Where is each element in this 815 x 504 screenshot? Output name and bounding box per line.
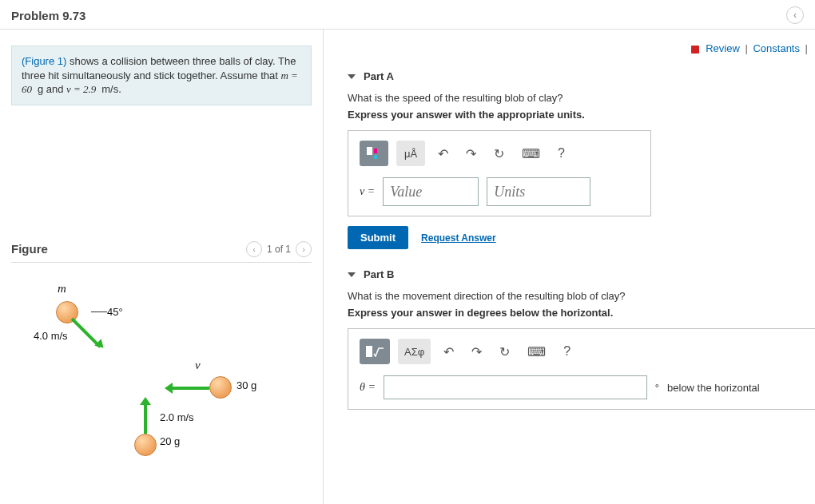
part-b-input-panel: ΑΣφ ↶ ↷ ↻ ⌨ ? θ = ° below the horizontal — [348, 328, 815, 410]
collapse-part-b[interactable] — [348, 272, 356, 277]
template-icon — [367, 147, 381, 160]
separator: | — [745, 42, 747, 54]
undo-button[interactable]: ↶ — [433, 143, 453, 165]
label-mass2: 30 g — [237, 379, 256, 391]
label-m: m — [58, 282, 66, 296]
keyboard-button[interactable]: ⌨ — [517, 143, 545, 165]
ball-30g — [209, 376, 232, 399]
svg-rect-1 — [374, 149, 377, 153]
reset-button-b[interactable]: ↻ — [495, 341, 515, 363]
label-speed3: 2.0 m/s — [160, 411, 194, 423]
constants-link[interactable]: Constants — [753, 42, 800, 54]
svg-rect-2 — [374, 155, 377, 159]
page-title: Problem 9.73 — [11, 9, 85, 22]
figure-link[interactable]: (Figure 1) — [22, 55, 66, 67]
ball-20g — [134, 434, 157, 456]
figure-prev-button[interactable]: ‹ — [246, 241, 262, 257]
part-a-instruction: Express your answer with the appropriate… — [348, 109, 791, 121]
figure-next-button[interactable]: › — [296, 241, 312, 257]
problem-intro: (Figure 1) shows a collision between thr… — [11, 46, 312, 105]
undo-button-b[interactable]: ↶ — [439, 341, 459, 363]
units-tool-button[interactable]: μÅ — [396, 141, 425, 166]
redo-button-b[interactable]: ↷ — [467, 341, 487, 363]
arrow-ball-30g — [171, 387, 209, 390]
label-angle: 45° — [91, 306, 123, 318]
part-a-input-panel: μÅ ↶ ↷ ↻ ⌨ ? v = — [348, 130, 651, 216]
math-tool-button[interactable] — [360, 339, 390, 364]
figure-counter: 1 of 1 — [267, 244, 291, 255]
collapse-part-a[interactable] — [348, 74, 356, 79]
divider — [11, 262, 312, 263]
part-a-question: What is the speed of the resulting blob … — [348, 92, 791, 104]
flag-icon[interactable] — [691, 46, 699, 54]
label-speed1: 4.0 m/s — [34, 330, 68, 342]
part-a: Part A What is the speed of the resultin… — [348, 70, 791, 249]
review-link[interactable]: Review — [706, 42, 740, 54]
units-input[interactable] — [487, 177, 590, 206]
left-panel: (Figure 1) shows a collision between thr… — [0, 30, 324, 504]
intro-v: v = 2.9 — [66, 83, 99, 95]
part-a-prefix: v = — [360, 185, 375, 198]
degree-symbol: ° — [655, 382, 659, 394]
sqrt-icon — [366, 346, 384, 357]
redo-button[interactable]: ↷ — [461, 143, 481, 165]
greek-tool-button[interactable]: ΑΣφ — [398, 339, 431, 364]
svg-rect-0 — [367, 147, 372, 155]
label-mass3: 20 g — [160, 435, 180, 447]
svg-rect-3 — [366, 346, 372, 357]
part-b-prefix: θ = — [360, 381, 376, 394]
arrow-ball-20g — [144, 403, 147, 434]
part-a-label: Part A — [364, 70, 394, 82]
label-v: v — [195, 359, 201, 372]
part-b-label: Part B — [364, 268, 394, 280]
next-problem-button[interactable]: ‹ — [786, 6, 804, 24]
figure-canvas: m 45° 4.0 m/s v 30 g 2.0 m/s 20 — [11, 277, 267, 461]
theta-input[interactable] — [384, 375, 647, 399]
part-b-question: What is the movement direction of the re… — [348, 290, 791, 302]
value-input[interactable] — [383, 177, 479, 206]
reset-button[interactable]: ↻ — [489, 143, 509, 165]
submit-button-a[interactable]: Submit — [348, 226, 408, 249]
arrow-head-ball-30g — [165, 383, 173, 394]
arrow-head-ball-20g — [140, 397, 151, 405]
suffix-text: below the horizontal — [667, 382, 760, 394]
help-button-b[interactable]: ? — [559, 341, 575, 362]
right-panel: Review | Constants | Part A What is the … — [324, 30, 815, 504]
review-bar: Review | Constants | — [324, 38, 815, 62]
part-b-instruction: Express your answer in degrees below the… — [348, 307, 791, 319]
keyboard-button-b[interactable]: ⌨ — [523, 341, 551, 363]
help-button[interactable]: ? — [553, 143, 570, 164]
template-tool-button[interactable] — [360, 141, 388, 166]
figure-heading: Figure — [11, 242, 48, 256]
part-b: Part B What is the movement direction of… — [348, 268, 791, 410]
request-answer-link-a[interactable]: Request Answer — [421, 232, 496, 244]
